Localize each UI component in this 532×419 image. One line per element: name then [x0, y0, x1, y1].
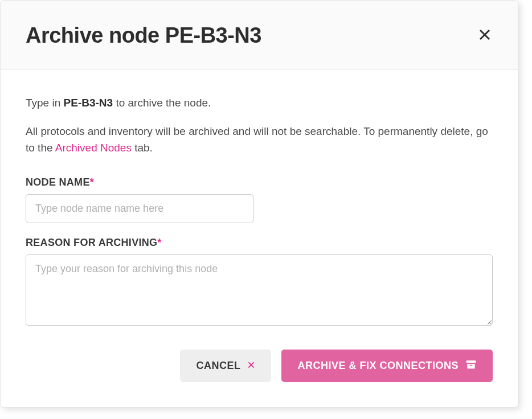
cancel-x-icon	[247, 360, 255, 372]
svg-rect-5	[470, 365, 473, 366]
description-text: All protocols and inventory will be arch…	[26, 123, 493, 157]
node-name-group: NODE NAME*	[26, 176, 493, 223]
node-name-input[interactable]	[26, 194, 253, 223]
instruction-text: Type in PE-B3-N3 to archive the node.	[26, 95, 493, 112]
reason-group: REASON FOR ARCHIVING*	[26, 237, 493, 328]
modal-title: Archive node PE-B3-N3	[26, 23, 261, 48]
description-suffix: tab.	[132, 142, 153, 154]
modal-body: Type in PE-B3-N3 to archive the node. Al…	[1, 70, 518, 407]
archive-button[interactable]: ARCHIVE & FIX CONNECTIONS	[281, 350, 493, 382]
svg-rect-4	[466, 361, 476, 363]
required-indicator: *	[157, 237, 161, 248]
node-name-label-text: NODE NAME	[26, 176, 90, 188]
modal-footer: CANCEL ARCHIVE & FIX CONNECTIONS	[26, 350, 493, 382]
node-name-label: NODE NAME*	[26, 176, 493, 188]
cancel-button-label: CANCEL	[196, 360, 240, 372]
instruction-suffix: to archive the node.	[113, 97, 211, 109]
cancel-button[interactable]: CANCEL	[180, 350, 271, 382]
archive-button-label: ARCHIVE & FIX CONNECTIONS	[297, 360, 459, 372]
archive-node-modal: Archive node PE-B3-N3 Type in PE-B3-N3 t…	[0, 0, 518, 408]
close-button[interactable]	[477, 28, 493, 44]
archive-icon	[465, 359, 477, 373]
reason-label: REASON FOR ARCHIVING*	[26, 237, 493, 249]
close-icon	[478, 28, 492, 44]
reason-textarea[interactable]	[26, 254, 493, 326]
reason-label-text: REASON FOR ARCHIVING	[26, 237, 157, 248]
archived-nodes-link[interactable]: Archived Nodes	[55, 142, 132, 154]
instruction-prefix: Type in	[26, 97, 64, 109]
modal-header: Archive node PE-B3-N3	[1, 1, 518, 70]
instruction-node-name: PE-B3-N3	[64, 97, 113, 109]
required-indicator: *	[90, 176, 94, 188]
